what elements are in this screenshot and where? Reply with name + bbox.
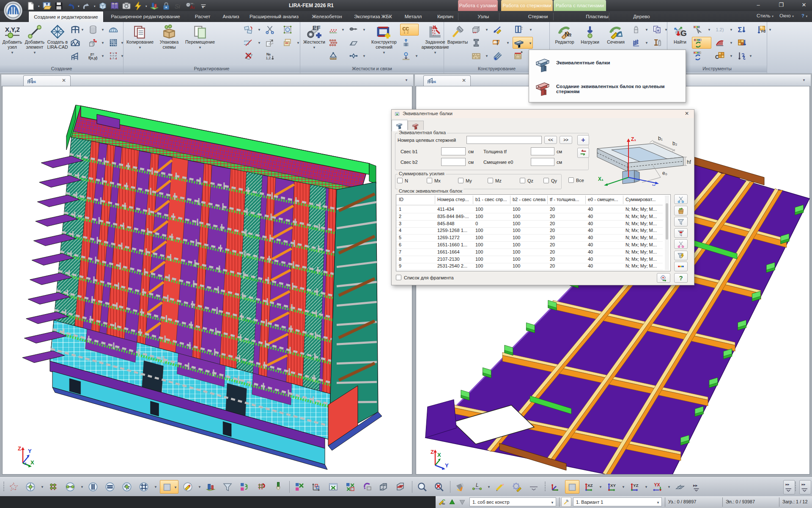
table-cell[interactable]: 20	[550, 263, 555, 268]
table-cell[interactable]: 1269-1272	[437, 235, 460, 240]
toolbar-dropdown-arrow[interactable]: ▼	[645, 485, 649, 489]
ribbon-button-dots-rows[interactable]	[327, 37, 345, 49]
table-cell[interactable]: N; Mx; My; M...	[625, 221, 657, 226]
help-button[interactable]: ?	[674, 273, 688, 283]
toolbar-button-view-yz[interactable]: YZ	[628, 480, 642, 494]
ribbon-button-offsets[interactable]: ▼	[327, 24, 345, 36]
ribbon-button-dome[interactable]	[107, 24, 124, 36]
ribbon-button-squares-down[interactable]	[736, 37, 753, 49]
toolbar-mini-1[interactable]: ▸▸	[783, 480, 795, 494]
table-cell[interactable]: 40	[588, 207, 593, 212]
ribbon-button-frame-bar[interactable]: ▼	[513, 24, 533, 36]
qat-undo-icon[interactable]	[66, 1, 75, 11]
ribbon-button-plate-pin[interactable]: ▼	[491, 37, 510, 49]
ribbon-button-bullet-link[interactable]: ▼	[348, 24, 366, 36]
tab-расширенное-редактирование[interactable]: Расширенное редактирование	[109, 11, 182, 22]
table-cell[interactable]: 2531-2540 2...	[437, 263, 467, 268]
menubar-help[interactable]: ? ▾	[801, 13, 812, 18]
table-cell[interactable]: 20	[550, 207, 555, 212]
load-case-dropdown[interactable]: 1. соб вес констр▼	[469, 497, 556, 506]
table-cell[interactable]: 1	[399, 207, 401, 212]
tab-overflow-arrow[interactable]: ▼	[405, 78, 410, 83]
table-cell[interactable]: N; Mx; My; M...	[625, 257, 657, 262]
toolbar-button-triad-mini[interactable]	[548, 480, 562, 494]
toolbar-button-star-dashed[interactable]	[7, 480, 21, 494]
table-cell[interactable]: 100	[475, 257, 483, 262]
toolbar-button-frame-3d[interactable]	[377, 480, 392, 494]
ribbon-button-plate-mirror[interactable]: ▼	[243, 37, 261, 49]
next-load-case-icon[interactable]	[458, 498, 466, 506]
ribbon-button-ibeam[interactable]	[470, 37, 489, 49]
side-button-funnel-flash[interactable]	[674, 251, 688, 260]
toolbar-button-iso-frame[interactable]	[673, 480, 688, 494]
tab-создание-и-редактирование[interactable]: Создание и редактирование	[28, 11, 104, 22]
qat-si-text-icon[interactable]: Si	[173, 1, 183, 11]
ribbon-button-ladder-arrows[interactable]: ▼	[630, 37, 649, 49]
table-cell[interactable]: N; Mx; My; M...	[625, 249, 657, 254]
ribbon-button-color-cursor[interactable]: ▼	[692, 24, 711, 36]
side-button-colorbar-sm[interactable]	[674, 262, 688, 271]
table-cell[interactable]: 100	[475, 242, 483, 247]
app-logo-button[interactable]	[3, 1, 23, 20]
toolbar-button-circle-vbars[interactable]	[86, 480, 101, 494]
table-cell[interactable]: 40	[588, 228, 593, 233]
tab-пластины[interactable]: Пластины	[576, 11, 618, 22]
tab-дерево[interactable]: Дерево	[623, 11, 661, 22]
menu-item-2[interactable]: Создание эквивалентных балок по целевым …	[530, 77, 684, 99]
side-button-basket[interactable]	[674, 206, 688, 215]
table-cell[interactable]: 4	[399, 228, 401, 233]
toolbar-button-view-yx[interactable]: YX	[650, 480, 665, 494]
table-cell[interactable]: N; Mx; My; M...	[625, 242, 657, 247]
table-cell[interactable]: 40	[588, 249, 593, 254]
checkbox-box[interactable]	[520, 178, 525, 183]
table-cell[interactable]: 40	[588, 242, 593, 247]
table-cell[interactable]: 40	[588, 235, 593, 240]
checkbox-box[interactable]	[543, 178, 549, 183]
ribbon-button-rod-pencil[interactable]	[491, 24, 510, 36]
toolbar-button-xsq-green[interactable]	[293, 480, 307, 494]
checkbox-Qz[interactable]: Qz	[520, 178, 547, 185]
checkbox-box[interactable]	[396, 275, 401, 280]
ribbon-button-copy-pair[interactable]: ▼	[651, 24, 668, 36]
toolbar-button-grid-rotate[interactable]	[255, 480, 269, 494]
toolbar-button-triad-orange[interactable]	[565, 480, 579, 494]
toolbar-button-funnel[interactable]	[221, 480, 235, 494]
toolbar-button-xsq2[interactable]	[343, 480, 358, 494]
table-cell[interactable]: 100	[475, 249, 483, 254]
table-cell[interactable]: 6	[399, 242, 401, 247]
checkbox-box[interactable]	[488, 178, 493, 183]
toolbar-button-gear-pencil[interactable]	[510, 480, 524, 494]
checkbox-N[interactable]: N	[397, 178, 424, 185]
qat-book-icon[interactable]	[110, 1, 119, 11]
table-cell[interactable]: 100	[513, 257, 520, 262]
ribbon-button-plate-grid[interactable]: ▼	[107, 37, 124, 49]
tab-экспертиза-жбк[interactable]: Экспертиза ЖБК	[351, 11, 395, 22]
tf-input[interactable]	[531, 147, 554, 155]
tab-узлы[interactable]: Узлы	[464, 11, 502, 22]
ribbon-button-fd-flag[interactable]: Fd▼	[755, 24, 772, 36]
toolbar-dropdown-arrow[interactable]: ▼	[198, 485, 202, 489]
qat-open-doc-icon[interactable]	[42, 1, 52, 11]
ribbon-button-rods-plus[interactable]	[491, 50, 510, 62]
next-button[interactable]: >>	[560, 136, 572, 144]
close-button[interactable]: ✕	[797, 1, 811, 9]
load-case-edit-icon[interactable]: №	[438, 498, 446, 506]
contextual-tab-1[interactable]: Работа с узлами	[458, 0, 498, 11]
maximize-button[interactable]: ❐	[774, 1, 788, 9]
menu-item-1[interactable]: Эквивалентные балки	[530, 53, 684, 75]
table-cell[interactable]: N; Mx; My; M...	[625, 228, 657, 233]
target-rods-input[interactable]	[466, 136, 542, 144]
table-cell[interactable]: 100	[475, 235, 483, 240]
toolbar-button-ef-zoom[interactable]: ▼	[160, 480, 178, 494]
ribbon-button-section-ctor[interactable]: Конструкторсечений▼	[369, 23, 399, 64]
ribbon-button-lira-cad[interactable]: Создать вLIRA-CAD	[47, 23, 69, 64]
ribbon-button-fxy[interactable]: z=f(x,y)▼	[87, 50, 105, 62]
table-cell[interactable]: 100	[475, 228, 483, 233]
tab-железобетон[interactable]: Железобетон	[307, 11, 346, 22]
side-button-funnel-gray[interactable]	[674, 217, 688, 226]
toolbar-button-pencil-y[interactable]	[493, 480, 508, 494]
column-header[interactable]: ID	[399, 197, 403, 202]
print-button[interactable]	[657, 273, 670, 283]
toolbar-button-circle-hbars[interactable]	[103, 480, 118, 494]
toolbar-button-lens[interactable]	[415, 480, 430, 494]
